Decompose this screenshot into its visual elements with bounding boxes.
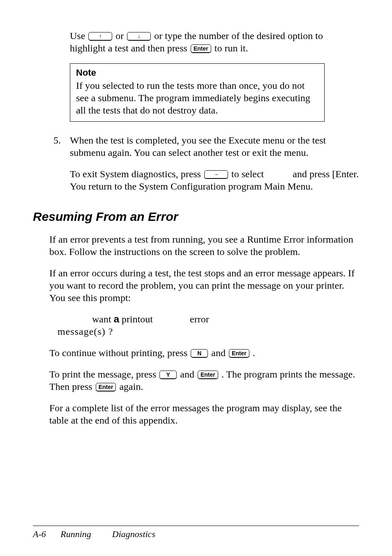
footer-title-b: Diagnostics bbox=[112, 529, 155, 539]
p4-d: again. bbox=[119, 381, 143, 392]
down-arrow-key-icon: ↓ bbox=[127, 32, 151, 40]
p3-c: . bbox=[253, 348, 255, 358]
y-key-icon: Y bbox=[159, 371, 177, 379]
intro-text-b: or bbox=[115, 30, 126, 41]
prompt-a: want bbox=[92, 314, 114, 324]
error-p2: If an error occurs during a test, the te… bbox=[49, 267, 359, 304]
step5-p2-b: to select bbox=[231, 169, 264, 179]
footer-title-a: Running bbox=[60, 529, 91, 539]
p3-a: To continue without printing, press bbox=[49, 348, 190, 358]
intro-text-a: Use bbox=[70, 30, 88, 41]
enter-key-icon: Enter bbox=[229, 349, 249, 357]
section-heading: Resuming From an Error bbox=[33, 209, 359, 225]
page: Use ↑ or ↓ or type the number of the des… bbox=[33, 30, 359, 540]
step-5-body: When the test is completed, you see the … bbox=[70, 134, 359, 192]
step-5: 5. When the test is completed, you see t… bbox=[53, 134, 359, 192]
error-p3: To continue without printing, press N an… bbox=[49, 347, 359, 359]
intro-text-d: to run it. bbox=[214, 43, 248, 53]
enter-key-icon: Enter bbox=[198, 371, 218, 379]
intro-paragraph: Use ↑ or ↓ or type the number of the des… bbox=[70, 30, 359, 54]
step-5-p2: To exit System diagnostics, press → to s… bbox=[70, 168, 359, 192]
note-body: If you selected to run the tests more th… bbox=[76, 79, 318, 116]
error-p5: For a complete list of the error message… bbox=[49, 402, 359, 426]
p3-b: and bbox=[211, 348, 228, 358]
error-p1: If an error prevents a test from running… bbox=[49, 233, 359, 258]
step5-p2-a: To exit System diagnostics, press bbox=[70, 169, 203, 179]
note-box: Note If you selected to run the tests mo… bbox=[70, 63, 325, 122]
p4-b: and bbox=[180, 369, 197, 380]
up-arrow-key-icon: ↑ bbox=[88, 32, 112, 40]
content-area: Use ↑ or ↓ or type the number of the des… bbox=[33, 30, 359, 509]
n-key-icon: N bbox=[191, 349, 208, 357]
page-footer: A-6 Running Diagnostics bbox=[33, 526, 359, 540]
enter-key-icon: Enter bbox=[191, 44, 211, 53]
right-arrow-key-icon: → bbox=[204, 170, 228, 178]
p4-a: To print the message, press bbox=[49, 369, 159, 380]
prompt-b: printout bbox=[122, 314, 153, 324]
prompt-c: error bbox=[190, 314, 209, 324]
error-prompt-line2: message(s) ? bbox=[58, 325, 359, 338]
page-number: A-6 bbox=[33, 529, 46, 539]
step-number: 5. bbox=[53, 134, 70, 192]
error-prompt: want a printout error bbox=[58, 313, 359, 325]
enter-key-icon: Enter bbox=[96, 383, 116, 391]
prompt-bold-a: a bbox=[114, 313, 119, 324]
note-title: Note bbox=[76, 67, 318, 79]
step-5-p1: When the test is completed, you see the … bbox=[70, 134, 359, 159]
error-p4: To print the message, press Y and Enter … bbox=[49, 368, 359, 393]
